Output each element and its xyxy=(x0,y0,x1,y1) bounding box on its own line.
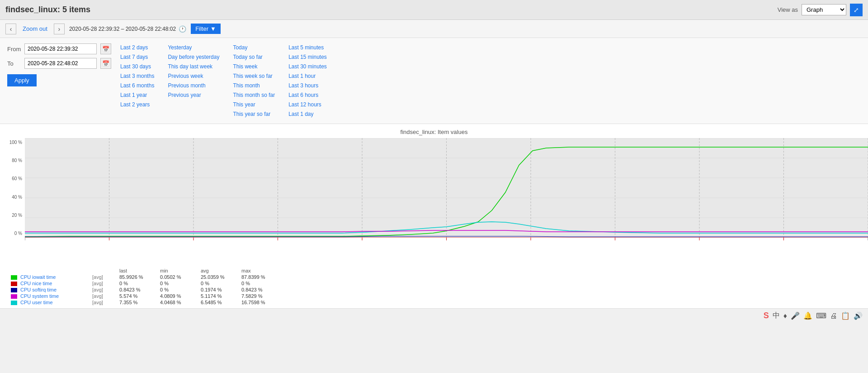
date-picker-panel: From 📅 To 📅 Apply Last 2 days Last 7 day… xyxy=(0,38,868,124)
quick-link-last-7-days[interactable]: Last 7 days xyxy=(120,53,154,61)
legend-col-max: max xyxy=(240,268,280,274)
quick-link-this-week[interactable]: This week xyxy=(233,62,275,71)
legend-last: 7.355 % xyxy=(118,299,158,306)
chart-title: findsec_linux: Item values xyxy=(0,129,868,135)
y-label-40: 40 % xyxy=(12,195,22,200)
legend-max: 0.8423 % xyxy=(240,287,280,293)
quick-link-last-2-years[interactable]: Last 2 years xyxy=(120,100,154,109)
quick-link-yesterday[interactable]: Yesterday xyxy=(168,43,219,52)
legend-avg: 0 % xyxy=(199,280,240,287)
clock-icon: 🕐 xyxy=(179,25,186,33)
quick-link-last-5-minutes[interactable]: Last 5 minutes xyxy=(288,43,327,52)
legend-max: 7.5829 % xyxy=(240,293,280,299)
quick-link-this-week-so-far[interactable]: This week so far xyxy=(233,72,275,80)
zoom-out-button[interactable]: Zoom out xyxy=(21,24,49,33)
y-label-100: 100 % xyxy=(9,140,22,145)
legend-name: CPU iowait time xyxy=(9,274,90,280)
legend-col-last: last xyxy=(118,268,158,274)
y-label-20: 20 % xyxy=(12,213,22,218)
view-as-label: View as xyxy=(778,6,798,13)
quick-link-previous-year[interactable]: Previous year xyxy=(168,91,219,99)
quick-link-previous-month[interactable]: Previous month xyxy=(168,81,219,90)
date-range-text: 2020-05-28 22:39:32 – 2020-05-28 22:48:0… xyxy=(69,26,176,32)
quick-link-today[interactable]: Today xyxy=(233,43,275,52)
quick-link-this-month-so-far[interactable]: This month so far xyxy=(233,91,275,99)
legend-row: CPU softirq time [avg] 0.8423 % 0 % 0.19… xyxy=(9,287,280,293)
from-calendar-button[interactable]: 📅 xyxy=(100,43,111,54)
legend-name: CPU system time xyxy=(9,293,90,299)
view-as-select[interactable]: Graph Table Latest data xyxy=(802,4,846,15)
filter-button[interactable]: Filter ▼ xyxy=(191,24,221,34)
legend-last: 0 % xyxy=(118,280,158,287)
legend-name: CPU user time xyxy=(9,299,90,306)
quick-links-col3: Today Today so far This week This week s… xyxy=(233,43,275,118)
from-input[interactable] xyxy=(24,43,97,54)
fullscreen-button[interactable]: ⤢ xyxy=(850,4,863,16)
quick-link-last-30-minutes[interactable]: Last 30 minutes xyxy=(288,62,327,71)
quick-link-day-before-yesterday[interactable]: Day before yesterday xyxy=(168,53,219,61)
toolbar: ‹ Zoom out › 2020-05-28 22:39:32 – 2020-… xyxy=(0,20,868,38)
status-icon-lang[interactable]: 中 xyxy=(773,311,780,320)
status-bar: S 中 ♦ 🎤 🔔 ⌨ 🖨 📋 🔊 xyxy=(0,308,868,323)
status-icon-print[interactable]: 🖨 xyxy=(830,312,837,320)
legend-avg: 5.1174 % xyxy=(199,293,240,299)
legend-row: CPU system time [avg] 5.574 % 4.0809 % 5… xyxy=(9,293,280,299)
to-calendar-button[interactable]: 📅 xyxy=(100,58,111,69)
legend-section: last min avg max CPU iowait time [avg] 8… xyxy=(0,265,868,308)
status-icon-clip[interactable]: 📋 xyxy=(841,311,850,320)
page-title: findsec_linux: 5 items xyxy=(5,5,90,14)
legend-min: 4.0468 % xyxy=(158,299,199,306)
to-row: To 📅 xyxy=(7,58,111,69)
quick-link-last-2-days[interactable]: Last 2 days xyxy=(120,43,154,52)
legend-avg: 6.5485 % xyxy=(199,299,240,306)
quick-links-col4: Last 5 minutes Last 15 minutes Last 30 m… xyxy=(288,43,327,118)
date-form: From 📅 To 📅 Apply xyxy=(7,43,111,118)
quick-link-last-6-hours[interactable]: Last 6 hours xyxy=(288,91,327,99)
quick-link-last-15-minutes[interactable]: Last 15 minutes xyxy=(288,53,327,61)
status-icon-gem[interactable]: ♦ xyxy=(783,312,787,320)
date-range-display: 2020-05-28 22:39:32 – 2020-05-28 22:48:0… xyxy=(69,25,186,33)
legend-row: CPU iowait time [avg] 85.9926 % 0.0502 %… xyxy=(9,274,280,280)
quick-link-last-3-hours[interactable]: Last 3 hours xyxy=(288,81,327,90)
apply-button[interactable]: Apply xyxy=(7,74,37,86)
legend-avg-label: [avg] xyxy=(90,299,118,306)
to-input[interactable] xyxy=(24,58,97,69)
from-row: From 📅 xyxy=(7,43,111,54)
legend-min: 4.0809 % xyxy=(158,293,199,299)
legend-last: 0.8423 % xyxy=(118,287,158,293)
chart-canvas xyxy=(25,138,868,238)
quick-link-last-12-hours[interactable]: Last 12 hours xyxy=(288,100,327,109)
legend-avg-label: [avg] xyxy=(90,287,118,293)
quick-link-today-so-far[interactable]: Today so far xyxy=(233,53,275,61)
status-icon-vol[interactable]: 🔊 xyxy=(854,311,863,320)
legend-min: 0.0502 % xyxy=(158,274,199,280)
legend-min: 0 % xyxy=(158,287,199,293)
prev-button[interactable]: ‹ xyxy=(5,24,16,34)
quick-link-last-1-day[interactable]: Last 1 day xyxy=(288,110,327,118)
next-button[interactable]: › xyxy=(54,24,65,34)
status-icon-s[interactable]: S xyxy=(764,311,769,320)
quick-link-previous-week[interactable]: Previous week xyxy=(168,72,219,80)
legend-col-min: min xyxy=(158,268,199,274)
quick-link-this-year[interactable]: This year xyxy=(233,100,275,109)
quick-link-last-1-hour[interactable]: Last 1 hour xyxy=(288,72,327,80)
top-bar-right: View as Graph Table Latest data ⤢ xyxy=(778,4,863,16)
quick-link-this-month[interactable]: This month xyxy=(233,81,275,90)
quick-link-this-year-so-far[interactable]: This year so far xyxy=(233,110,275,118)
quick-link-this-day-last-week[interactable]: This day last week xyxy=(168,62,219,71)
quick-link-last-30-days[interactable]: Last 30 days xyxy=(120,62,154,71)
legend-max: 87.8399 % xyxy=(240,274,280,280)
chart-section: findsec_linux: Item values 100 % 80 % 60… xyxy=(0,124,868,265)
filter-label: Filter xyxy=(195,25,208,32)
x-axis: 05-28 22:39 22:40:00 22:41:00 22:42:00 2… xyxy=(25,238,868,265)
legend-name: CPU nice time xyxy=(9,280,90,287)
status-icon-keyboard[interactable]: ⌨ xyxy=(816,311,826,320)
quick-links-col1: Last 2 days Last 7 days Last 30 days Las… xyxy=(120,43,154,118)
status-icon-mic[interactable]: 🎤 xyxy=(791,311,800,320)
legend-last: 85.9926 % xyxy=(118,274,158,280)
quick-link-last-1-year[interactable]: Last 1 year xyxy=(120,91,154,99)
quick-link-last-3-months[interactable]: Last 3 months xyxy=(120,72,154,80)
from-label: From xyxy=(7,46,21,53)
status-icon-bell[interactable]: 🔔 xyxy=(803,311,812,320)
quick-link-last-6-months[interactable]: Last 6 months xyxy=(120,81,154,90)
